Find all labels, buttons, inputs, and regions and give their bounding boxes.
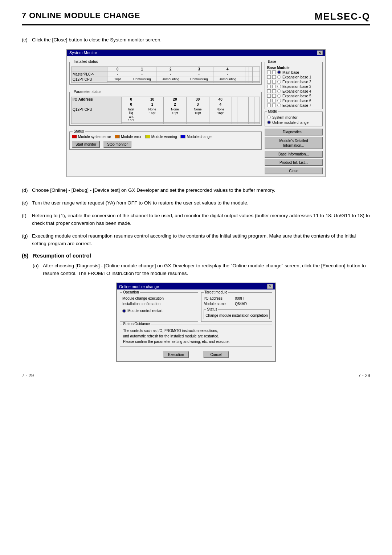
instruction-g: (g) Executing module control resumption …	[22, 232, 370, 248]
stop-monitor-button[interactable]: Stop monitor	[103, 141, 131, 148]
base-main-label: Main base	[282, 70, 299, 74]
start-monitor-button[interactable]: Start monitor	[72, 141, 100, 148]
cpu-label: Q12PHCPU	[72, 77, 107, 82]
p2-b1	[232, 122, 237, 123]
io-address-label: I/O address	[204, 296, 233, 300]
base-exp7-radio[interactable]	[277, 104, 281, 107]
base-exp7-checkbox[interactable]	[267, 104, 271, 107]
base-exp5-checkbox[interactable]	[267, 94, 271, 98]
base-exp6-radio[interactable]	[277, 99, 281, 102]
base-exp4-label: Expansion base 4	[282, 89, 311, 93]
mode-panel-title: Mode	[267, 109, 278, 113]
base-exp3: Expansion base 3	[267, 85, 320, 89]
execution-button[interactable]: Execution	[163, 351, 189, 358]
col-0: 0	[107, 66, 128, 72]
base-information-button[interactable]: Base Information...	[265, 151, 323, 158]
instruction-f: (f) Referring to (1), enable the convers…	[22, 212, 370, 227]
diagnostics-button[interactable]: Diagnostics...	[265, 129, 323, 135]
mode-system-monitor-radio[interactable]	[267, 116, 271, 119]
operation-items: Module change execution Installation con…	[122, 296, 196, 313]
cpu-row2-1	[128, 81, 156, 82]
base-exp4: Expansion base 4	[267, 89, 320, 93]
master-plc-4: -	[213, 72, 242, 77]
base-exp6-checkbox[interactable]	[267, 99, 271, 102]
io-0: 0	[121, 97, 141, 102]
p2-b4	[249, 122, 254, 123]
system-monitor-close-icon[interactable]: ✕	[317, 50, 323, 55]
instruction-c: (c) Click the [Close] button to close th…	[22, 36, 370, 44]
cpu-b1	[242, 77, 245, 81]
product-inf-list-button[interactable]: Product Inf. List...	[265, 159, 323, 166]
brand-logo: MELSEC-Q	[315, 11, 370, 22]
base-exp3-label: Expansion base 3	[282, 85, 311, 89]
instruction-f-letter: (f)	[22, 212, 32, 227]
cancel-button[interactable]: Cancel	[203, 351, 229, 358]
cpu-b2	[245, 77, 249, 81]
guidance-title: Status/Guidance	[122, 322, 151, 326]
status-module-change-label: Module change	[187, 135, 211, 139]
param-col-b2	[237, 102, 243, 107]
col-3: 3	[185, 66, 213, 72]
modules-detailed-button[interactable]: Module's Detailed Information...	[265, 137, 323, 149]
mode-online-module-radio[interactable]	[267, 121, 271, 124]
master-plc-3: -	[185, 72, 213, 77]
base-exp3-radio[interactable]	[277, 85, 281, 88]
instruction-5a: (a) After choosing [Diagnosis] - [Online…	[33, 262, 370, 278]
p2-2	[164, 122, 187, 123]
base-exp1-checkbox[interactable]	[267, 75, 271, 79]
base-exp6-label: Expansion base 6	[282, 99, 311, 103]
right-action-buttons: Diagnostics... Module's Detailed Informa…	[265, 129, 323, 174]
base-exp5-radio[interactable]	[277, 94, 281, 98]
p2-1	[141, 122, 164, 123]
param-slot-1: None 16pt	[141, 107, 164, 122]
status-module-change: Module change	[180, 135, 211, 139]
param-slot-0: Intel lliq ant 16pt	[121, 107, 141, 122]
cpu-row2-3	[185, 81, 213, 82]
instruction-g-letter: (g)	[22, 232, 32, 248]
mode-radio-group: System monitor Online module change	[267, 116, 320, 125]
base-exp2-checkbox[interactable]	[267, 80, 271, 84]
module-name-row: Module name Q64AD	[204, 302, 270, 306]
base-exp7-checkbox2[interactable]	[272, 104, 276, 107]
online-dialog-title: Online module change	[119, 284, 159, 289]
cpu-b3	[249, 77, 253, 81]
io-10: 10	[141, 97, 164, 102]
base-exp1-radio[interactable]	[277, 75, 281, 79]
base-exp3-checkbox[interactable]	[267, 85, 271, 88]
base-exp1-checkbox2[interactable]	[272, 75, 276, 79]
installed-status-panel: Installed status 0 1 2 3 4	[69, 62, 262, 85]
base-panel-title: Base	[267, 60, 277, 64]
io-b1	[232, 97, 237, 102]
dialog-footer: Execution Cancel	[120, 351, 272, 358]
base-main-checkbox[interactable]	[267, 70, 271, 74]
base-exp2-radio[interactable]	[277, 80, 281, 84]
base-exp2-checkbox2[interactable]	[272, 80, 276, 84]
base-exp4-checkbox2[interactable]	[272, 89, 276, 93]
param-b3	[243, 107, 248, 122]
io-address-value: 000H	[235, 296, 244, 300]
online-dialog-close-icon[interactable]: ✕	[267, 284, 273, 289]
base-exp4-checkbox[interactable]	[267, 89, 271, 93]
cpu-slot-1: Unmounting	[128, 77, 156, 81]
close-button[interactable]: Close	[265, 167, 323, 174]
base-exp5-checkbox2[interactable]	[272, 94, 276, 98]
module-change-execution-item: Module change execution	[122, 296, 196, 300]
mode-panel: Mode System monitor Online module change	[265, 112, 323, 126]
module-change-execution-label: Module change execution	[122, 296, 164, 300]
system-monitor-left: Installed status 0 1 2 3 4	[69, 58, 262, 174]
mode-system-monitor: System monitor	[267, 116, 320, 119]
module-control-restart-radio[interactable]	[122, 309, 126, 313]
base-main-radio[interactable]	[277, 70, 281, 74]
base-main-checkbox2[interactable]	[272, 70, 276, 74]
base-exp6-checkbox2[interactable]	[272, 99, 276, 102]
base-exp3-checkbox2[interactable]	[272, 85, 276, 88]
io-20: 20	[164, 97, 187, 102]
master-plc-b1	[242, 72, 245, 77]
io-b3	[243, 97, 248, 102]
base-exp4-radio[interactable]	[277, 89, 281, 93]
cpu-row2-b1	[242, 81, 245, 82]
io-30: 30	[186, 97, 209, 102]
operation-panel: Operation Module change execution Instal…	[120, 292, 198, 322]
section-5-title: Resumption of control	[33, 252, 91, 259]
module-name-value: Q64AD	[235, 302, 247, 306]
